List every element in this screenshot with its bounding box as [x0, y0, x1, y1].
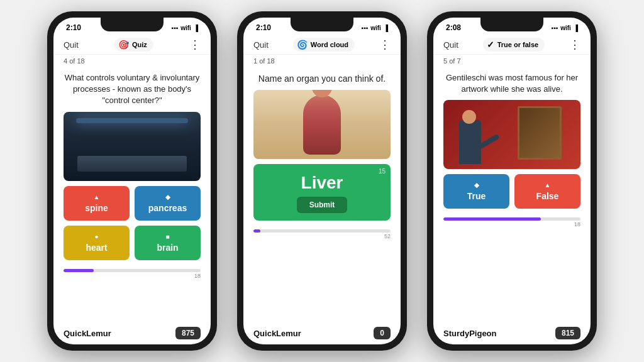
signal-icon-tf: ▪▪▪	[552, 25, 558, 31]
tf-image	[443, 100, 580, 169]
wc-count: 15	[379, 168, 386, 175]
progress-text-tf: 5 of 7	[433, 55, 591, 67]
anatomy-model	[303, 95, 341, 155]
nav-bar-tf: Quit ✓ True or false ⋮	[433, 35, 591, 55]
more-button-tf[interactable]: ⋮	[569, 38, 580, 52]
tf-badge-label: True or false	[497, 41, 538, 48]
nav-bar-quiz: Quit 🎯 Quiz ⋮	[53, 35, 211, 55]
heart-icon: ●	[94, 233, 98, 240]
phone-wordcloud: 2:10 ▪▪▪ wifi ▐ Quit 🌀 Word cloud ⋮ 1 of…	[237, 11, 407, 351]
progress-num-wc: 52	[253, 233, 391, 239]
progress-num-tf: 18	[443, 221, 580, 228]
answer-false[interactable]: ▲ False	[514, 174, 580, 209]
user-bar-tf: SturdyPigeon 815	[433, 323, 591, 344]
username-tf: SturdyPigeon	[443, 329, 497, 338]
answer-true[interactable]: ◆ True	[443, 174, 509, 209]
pancreas-label: pancreas	[148, 203, 187, 213]
brain-icon: ■	[165, 233, 169, 240]
username-wc: QuickLemur	[253, 329, 301, 338]
progress-text-quiz: 4 of 18	[53, 55, 211, 67]
time-tf: 2:08	[446, 23, 461, 32]
signal-icon: ▪▪▪	[172, 25, 179, 31]
wifi-icon: wifi	[180, 25, 191, 31]
username-quiz: QuickLemur	[64, 329, 111, 338]
quit-button-wc[interactable]: Quit	[253, 40, 269, 50]
score-quiz: 875	[175, 327, 201, 339]
wc-badge-label: Word cloud	[311, 41, 348, 48]
answer-pancreas[interactable]: ◆ pancreas	[135, 186, 201, 221]
answer-spine[interactable]: ▲ spine	[64, 186, 130, 221]
answers-grid-quiz: ▲ spine ◆ pancreas ● heart ■ brain	[53, 181, 211, 265]
score-tf: 815	[555, 327, 580, 339]
phone-truefalse: 2:08 ▪▪▪ wifi ▐ Quit ✓ True or false ⋮ 5…	[427, 11, 597, 351]
heart-label: heart	[86, 243, 107, 253]
notch-wc	[291, 18, 353, 31]
notch	[101, 18, 164, 31]
progress-bar-tf: 18	[433, 214, 591, 230]
quiz-table	[77, 156, 187, 172]
brain-label: brain	[157, 243, 178, 253]
false-label: False	[536, 191, 559, 201]
quiz-badge: 🎯 Quiz	[114, 38, 153, 52]
quiz-badge-label: Quiz	[132, 41, 147, 48]
phones-container: 2:10 ▪▪▪ wifi ▐ Quit 🎯 Quiz ⋮ 4 of 18 Wh…	[35, 0, 609, 362]
score-wc: 0	[374, 327, 391, 339]
tf-badge: ✓ True or false	[483, 38, 545, 52]
time-wc: 2:10	[256, 23, 271, 32]
true-icon: ◆	[474, 182, 479, 189]
quiz-image	[64, 112, 201, 181]
more-button-quiz[interactable]: ⋮	[189, 38, 201, 52]
pancreas-icon: ◆	[165, 194, 170, 200]
phone-quiz: 2:10 ▪▪▪ wifi ▐ Quit 🎯 Quiz ⋮ 4 of 18 Wh…	[47, 11, 217, 351]
wc-answer-text: Liver	[261, 173, 383, 193]
true-label: True	[467, 191, 486, 201]
false-icon: ▲	[545, 182, 551, 189]
wc-submit-button[interactable]: Submit	[297, 197, 348, 213]
more-button-wc[interactable]: ⋮	[379, 38, 391, 52]
wc-answer-box: 15 Liver Submit	[253, 164, 391, 221]
figure-person	[459, 120, 481, 164]
question-quiz: What controls voluntary & involuntary pr…	[53, 67, 211, 112]
wc-badge-icon: 🌀	[297, 40, 308, 50]
tf-badge-icon: ✓	[487, 40, 494, 50]
quiz-badge-icon: 🎯	[118, 40, 129, 50]
anatomy-head	[312, 90, 332, 97]
quit-button-quiz[interactable]: Quit	[64, 40, 79, 50]
progress-fill-wc	[253, 229, 260, 233]
answer-heart[interactable]: ● heart	[64, 226, 130, 260]
status-icons-quiz: ▪▪▪ wifi ▐	[172, 25, 198, 31]
progress-bar-wc: 52	[243, 226, 401, 242]
progress-fill-quiz	[64, 269, 94, 272]
time-quiz: 2:10	[66, 23, 81, 32]
progress-bar-quiz: 18	[53, 265, 211, 282]
wc-prompt: Name an organ you can think of.	[243, 67, 401, 90]
status-icons-wc: ▪▪▪ wifi ▐	[362, 25, 388, 31]
user-bar-quiz: QuickLemur 875	[53, 323, 211, 344]
tf-answers: ◆ True ▲ False	[433, 169, 591, 214]
wifi-icon-tf: wifi	[560, 25, 571, 31]
quit-button-tf[interactable]: Quit	[443, 40, 458, 50]
wc-badge: 🌀 Word cloud	[293, 38, 355, 52]
wifi-icon-wc: wifi	[370, 25, 381, 31]
spine-icon: ▲	[94, 194, 100, 200]
battery-icon-wc: ▐	[384, 25, 388, 31]
progress-num-quiz: 18	[64, 273, 201, 279]
notch-tf	[480, 18, 543, 31]
progress-fill-tf	[443, 217, 541, 221]
battery-icon: ▐	[194, 25, 198, 31]
progress-text-wc: 1 of 18	[243, 55, 401, 67]
status-icons-tf: ▪▪▪ wifi ▐	[552, 25, 578, 31]
question-tf: Gentileschi was most famous for her artw…	[433, 67, 591, 100]
figure-arm	[478, 134, 499, 149]
wc-image	[253, 90, 391, 159]
user-bar-wc: QuickLemur 0	[243, 323, 401, 344]
battery-icon-tf: ▐	[574, 25, 578, 31]
signal-icon-wc: ▪▪▪	[362, 25, 369, 31]
nav-bar-wc: Quit 🌀 Word cloud ⋮	[243, 35, 401, 55]
answer-brain[interactable]: ■ brain	[135, 226, 201, 260]
spine-label: spine	[85, 203, 108, 213]
painting-frame	[518, 106, 562, 160]
